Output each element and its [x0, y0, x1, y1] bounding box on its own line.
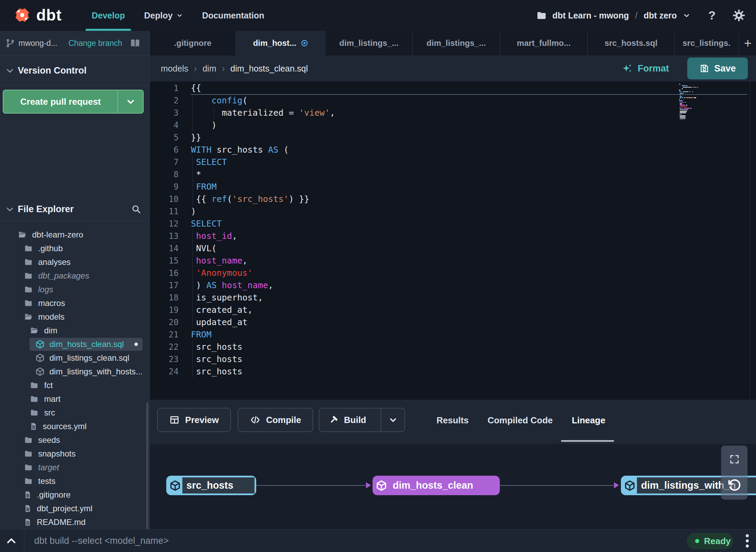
code-line-11[interactable]: 11) [150, 205, 756, 218]
code-line-6[interactable]: 6WITH src_hosts AS ( [150, 144, 756, 156]
tab-lineage[interactable]: Lineage [569, 400, 608, 441]
code-text: src_hosts [191, 365, 747, 378]
tree-item-dbt-project-yml[interactable]: dbt_project.yml [0, 502, 149, 515]
book-icon[interactable] [129, 38, 141, 49]
tree-item-dim[interactable]: dim [0, 324, 149, 337]
code-line-19[interactable]: 19 created_at, [150, 304, 756, 316]
code-line-12[interactable]: 12SELECT [150, 218, 756, 230]
tree-item-sources-yml[interactable]: sources.yml [0, 420, 149, 433]
tab-compiled-code[interactable]: Compiled Code [483, 400, 557, 441]
account-name[interactable]: dbt Learn - mwong [552, 11, 629, 21]
code-text: is_superhost, [191, 292, 747, 304]
tree-item--github[interactable]: .github [0, 242, 149, 255]
pr-dropdown-caret[interactable] [118, 90, 143, 113]
code-editor[interactable]: 1{{2 config(3 materialized = 'view',4 )5… [150, 81, 756, 400]
gear-icon[interactable] [732, 9, 746, 22]
tree-item-dbt-packages[interactable]: dbt_packages [0, 269, 149, 283]
file-explorer-section[interactable]: File Explorer [0, 197, 149, 221]
nav-item-deploy[interactable]: Deploy [134, 0, 192, 31]
code-line-15[interactable]: 15 host_name, [150, 255, 756, 267]
tree-item-src[interactable]: src [0, 406, 149, 420]
tree-item-analyses[interactable]: analyses [0, 255, 149, 269]
status-badge[interactable]: Ready [687, 533, 733, 549]
file-tab-dim-listings-[interactable]: dim_listings_... [413, 31, 500, 55]
code-line-1[interactable]: 1{{ [150, 82, 756, 94]
tree-item-target[interactable]: target [0, 461, 149, 474]
code-text: FROM [191, 181, 747, 193]
tree-item-seeds[interactable]: seeds [0, 433, 149, 447]
code-line-10[interactable]: 10 {{ ref('src_hosts') }} [150, 193, 756, 205]
file-tab-mart-fullmo-[interactable]: mart_fullmo... [500, 31, 588, 55]
tree-item-readme-md[interactable]: README.md [0, 515, 149, 529]
code-line-13[interactable]: 13 host_id, [150, 230, 756, 242]
refresh-icon[interactable] [727, 478, 742, 493]
create-pull-request-button[interactable]: Create pull request [3, 90, 144, 114]
file-tab--gitignore[interactable]: .gitignore [150, 31, 236, 55]
code-line-5[interactable]: 5}} [150, 131, 756, 144]
tree-item-logs[interactable]: logs [0, 283, 149, 296]
branch-name[interactable]: mwong-d... [18, 31, 57, 55]
tree-item-tests[interactable]: tests [0, 474, 149, 488]
format-button[interactable]: Format [622, 55, 669, 81]
tree-item-snapshots[interactable]: snapshots [0, 447, 149, 461]
tree-item-dim-listings-clean-sql[interactable]: dim_listings_clean.sql [0, 351, 149, 365]
kebab-menu-icon[interactable] [742, 529, 752, 552]
code-line-3[interactable]: 3 materialized = 'view', [150, 107, 756, 119]
compile-button[interactable]: Compile [238, 408, 313, 432]
version-control-section[interactable]: Version Control [0, 55, 149, 86]
file-tab-dim-listings-[interactable]: dim_listings_... [326, 31, 413, 55]
nav-label: Documentation [202, 11, 264, 21]
code-line-21[interactable]: 21FROM [150, 329, 756, 341]
file-tab-src-hosts-sql[interactable]: src_hosts.sql [588, 31, 675, 55]
file-icon [23, 503, 32, 514]
code-line-8[interactable]: 8 * [150, 168, 756, 181]
tree-item-macros[interactable]: macros [0, 296, 149, 310]
breadcrumb-item[interactable]: models [161, 64, 188, 74]
tree-item-mart[interactable]: mart [0, 392, 149, 406]
change-branch-link[interactable]: Change branch [68, 31, 122, 55]
dbt-logo[interactable]: dbt [12, 5, 62, 25]
tree-item-models[interactable]: models [0, 310, 149, 324]
code-line-7[interactable]: 7 SELECT [150, 156, 756, 168]
breadcrumb-item[interactable]: dim [203, 64, 216, 74]
collapse-panel-chevron-up-icon[interactable] [5, 529, 17, 552]
nav-item-develop[interactable]: Develop [82, 0, 134, 31]
lineage-node-src-hosts[interactable]: src_hosts [166, 476, 256, 495]
search-icon[interactable] [131, 204, 141, 214]
tree-item-dbt-learn-zero[interactable]: dbt-learn-zero [0, 228, 149, 242]
sidebar-scrollbar[interactable] [146, 402, 148, 549]
help-icon[interactable]: ? [708, 9, 716, 22]
tree-item--gitignore[interactable]: .gitignore [0, 488, 149, 502]
code-line-18[interactable]: 18 is_superhost, [150, 292, 756, 304]
new-tab-button[interactable]: + [740, 31, 756, 55]
code-line-9[interactable]: 9 FROM [150, 181, 756, 193]
code-line-17[interactable]: 17 ) AS host_name, [150, 279, 756, 292]
save-button[interactable]: Save [687, 57, 748, 79]
preview-button[interactable]: Preview [157, 408, 231, 432]
lineage-canvas[interactable]: src_hosts dim_hosts_clean dim_listings_w… [150, 444, 756, 529]
code-line-20[interactable]: 20 updated_at [150, 316, 756, 329]
code-line-4[interactable]: 4 ) [150, 119, 756, 131]
nav-item-documentation[interactable]: Documentation [193, 0, 274, 31]
tab-results[interactable]: Results [430, 400, 475, 441]
code-line-2[interactable]: 2 config( [150, 94, 756, 107]
build-dropdown-caret[interactable] [381, 408, 405, 432]
code-line-22[interactable]: 22 src_hosts [150, 341, 756, 353]
command-input[interactable]: dbt build --select <model_name> [34, 529, 342, 552]
chevron-down-icon[interactable] [682, 11, 691, 20]
code-line-16[interactable]: 16 'Anonymous' [150, 267, 756, 279]
tree-item-dim-listings-with-hosts-[interactable]: dim_listings_with_hosts... [0, 365, 149, 378]
code-line-14[interactable]: 14 NVL( [150, 242, 756, 255]
code-line-23[interactable]: 23 src_hosts [150, 353, 756, 365]
build-button[interactable]: Build [319, 408, 405, 432]
file-tab-dim-host-[interactable]: dim_host... [236, 31, 326, 55]
project-name[interactable]: dbt zero [643, 11, 677, 21]
minimap[interactable] [679, 84, 701, 119]
lineage-node-dim-hosts-clean[interactable]: dim_hosts_clean [373, 476, 500, 495]
file-tab-src-listings-[interactable]: src_listings. [675, 31, 739, 55]
code-line-24[interactable]: 24 src_hosts [150, 365, 756, 378]
fullscreen-icon[interactable] [729, 454, 740, 465]
tree-item-dim-hosts-clean-sql[interactable]: dim_hosts_clean.sql [0, 337, 149, 351]
tree-item-fct[interactable]: fct [0, 378, 149, 392]
editor-scrollbar[interactable] [750, 81, 750, 400]
